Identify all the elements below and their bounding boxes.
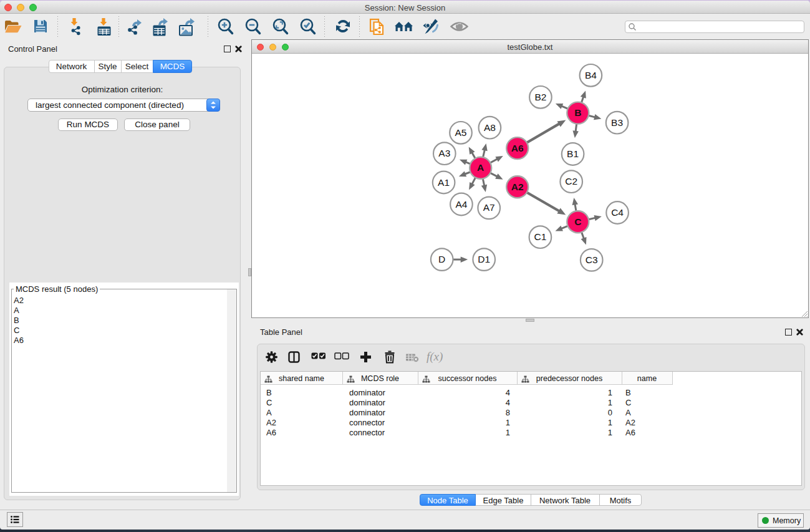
svg-text:C2: C2 xyxy=(565,176,577,186)
svg-text:C3: C3 xyxy=(586,254,598,265)
svg-text:A1: A1 xyxy=(438,177,450,188)
svg-text:B4: B4 xyxy=(585,70,597,80)
svg-text:A2: A2 xyxy=(511,181,524,192)
svg-text:A6: A6 xyxy=(511,143,524,153)
svg-text:B3: B3 xyxy=(611,117,623,128)
svg-text:A7: A7 xyxy=(483,202,495,213)
svg-text:A4: A4 xyxy=(455,199,467,210)
svg-text:C: C xyxy=(574,216,581,227)
svg-text:B2: B2 xyxy=(534,92,546,102)
svg-text:A5: A5 xyxy=(455,127,467,138)
svg-text:D1: D1 xyxy=(478,254,490,264)
svg-text:C1: C1 xyxy=(534,231,546,242)
svg-text:A: A xyxy=(477,162,484,173)
svg-text:B1: B1 xyxy=(567,148,579,159)
svg-text:A3: A3 xyxy=(438,148,450,158)
svg-text:A8: A8 xyxy=(484,122,496,133)
svg-text:D: D xyxy=(438,254,445,264)
svg-text:C4: C4 xyxy=(611,207,624,218)
svg-text:B: B xyxy=(574,107,581,118)
